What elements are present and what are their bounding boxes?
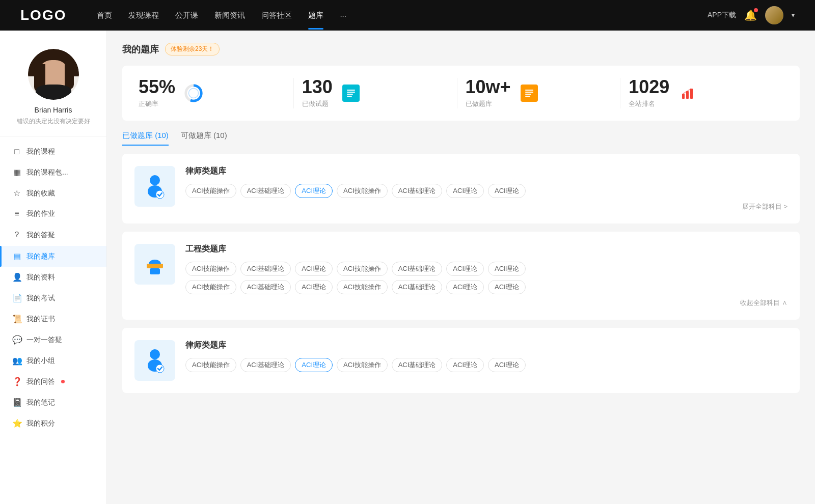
qbank-tag-1-r2-0[interactable]: ACI技能操作 (185, 280, 236, 294)
qbank-tag-0-3[interactable]: ACI技能操作 (337, 184, 388, 198)
svg-rect-12 (686, 91, 689, 99)
qbank-card-engineer-title: 工程类题库 (185, 244, 787, 255)
qbank-tag-2-5[interactable]: ACI理论 (446, 358, 484, 372)
tabs-row: 已做题库 (10) 可做题库 (10) (122, 131, 800, 146)
svg-rect-18 (150, 268, 160, 274)
nav-home[interactable]: 首页 (97, 11, 112, 20)
sidebar-item-notes[interactable]: 📓 我的笔记 (0, 392, 106, 413)
qbank-card-lawyer-2: 律师类题库 ACI技能操作 ACI基础理论 ACI理论 ACI技能操作 ACI基… (122, 328, 800, 393)
qbank-tag-0-1[interactable]: ACI基础理论 (240, 184, 291, 198)
sidebar-item-points[interactable]: ⭐ 我的积分 (0, 413, 106, 434)
stat-ranking-label: 全站排名 (629, 99, 669, 108)
qbank-tag-1-4[interactable]: ACI基础理论 (392, 262, 443, 276)
nav-discover[interactable]: 发现课程 (128, 11, 159, 20)
stat-done-banks: 10w+ 已做题库 (457, 78, 621, 108)
sidebar-item-group[interactable]: 👥 我的小组 (0, 350, 106, 371)
svg-rect-10 (525, 96, 530, 97)
sidebar: Brian Harris 错误的决定比没有决定要好 □ 我的课程 ▦ 我的课程包… (0, 31, 107, 504)
sidebar-item-courses[interactable]: □ 我的课程 (0, 142, 106, 162)
qbank-tag-2-0[interactable]: ACI技能操作 (185, 358, 236, 372)
qbank-tag-2-3[interactable]: ACI技能操作 (337, 358, 388, 372)
avatar[interactable] (765, 6, 783, 24)
homework-icon: ≡ (12, 209, 21, 218)
stat-accuracy-value: 55% (139, 78, 175, 96)
profile-icon: 👤 (12, 272, 21, 282)
nav-news[interactable]: 新闻资讯 (214, 11, 245, 20)
qbank-card-engineer: 工程类题库 ACI技能操作 ACI基础理论 ACI理论 ACI技能操作 ACI基… (122, 232, 800, 320)
qbank-tag-2-2[interactable]: ACI理论 (295, 358, 333, 372)
nav-more[interactable]: ··· (340, 11, 346, 20)
qbank-tag-0-2[interactable]: ACI理论 (295, 184, 333, 198)
qbank-tag-0-0[interactable]: ACI技能操作 (185, 184, 236, 198)
trial-badge: 体验剩余23天！ (165, 43, 220, 55)
sidebar-item-my-qa[interactable]: ❓ 我的问答 (0, 371, 106, 392)
qbank-tag-1-2[interactable]: ACI理论 (295, 262, 333, 276)
page-title: 我的题库 (122, 43, 159, 55)
sidebar-item-certificate[interactable]: 📜 我的证书 (0, 309, 106, 329)
done-banks-icon (519, 83, 539, 103)
qbank-tag-1-r2-1[interactable]: ACI基础理论 (240, 280, 291, 294)
svg-rect-9 (525, 94, 531, 95)
sidebar-item-profile[interactable]: 👤 我的资料 (0, 267, 106, 288)
qbank-tag-1-r2-2[interactable]: ACI理论 (295, 280, 333, 294)
engineer-icon-svg (141, 250, 169, 278)
svg-point-20 (150, 349, 160, 359)
sidebar-item-favorites[interactable]: ☆ 我的收藏 (0, 183, 106, 204)
qbank-card-lawyer-1-header: 律师类题库 ACI技能操作 ACI基础理论 ACI理论 ACI技能操作 ACI基… (134, 166, 787, 211)
svg-rect-11 (682, 94, 685, 99)
sidebar-item-exam[interactable]: 📄 我的考试 (0, 288, 106, 309)
done-questions-icon (341, 83, 361, 103)
qbank-card-lawyer-2-content: 律师类题库 ACI技能操作 ACI基础理论 ACI理论 ACI技能操作 ACI基… (185, 340, 787, 372)
my-qa-icon: ❓ (12, 377, 21, 386)
qbank-tag-1-6[interactable]: ACI理论 (488, 262, 526, 276)
nav-qbank[interactable]: 题库 (308, 11, 323, 20)
qbank-tag-1-3[interactable]: ACI技能操作 (337, 262, 388, 276)
sidebar-item-ask[interactable]: ？ 我的答疑 (0, 224, 106, 246)
app-download-button[interactable]: APP下载 (708, 11, 736, 20)
qbank-card-engineer-tags-row1: ACI技能操作 ACI基础理论 ACI理论 ACI技能操作 ACI基础理论 AC… (185, 262, 787, 276)
svg-rect-3 (347, 90, 355, 91)
nav-qa[interactable]: 问答社区 (261, 11, 292, 20)
qbank-tag-1-1[interactable]: ACI基础理论 (240, 262, 291, 276)
qbank-card-engineer-content: 工程类题库 ACI技能操作 ACI基础理论 ACI理论 ACI技能操作 ACI基… (185, 244, 787, 307)
svg-rect-13 (690, 89, 693, 99)
sidebar-avatar[interactable] (28, 49, 79, 100)
tab-available-banks[interactable]: 可做题库 (10) (181, 131, 227, 146)
avatar-dropdown-icon[interactable]: ▾ (792, 12, 795, 19)
qbank-tag-2-1[interactable]: ACI基础理论 (240, 358, 291, 372)
qbank-tag-0-5[interactable]: ACI理论 (446, 184, 484, 198)
qbank-tag-1-r2-6[interactable]: ACI理论 (488, 280, 526, 294)
stat-accuracy-label: 正确率 (139, 99, 175, 108)
qbank-expand-0[interactable]: 展开全部科目 > (185, 202, 787, 211)
qbank-tag-1-r2-4[interactable]: ACI基础理论 (392, 280, 443, 294)
qbank-tag-2-4[interactable]: ACI基础理论 (392, 358, 443, 372)
stat-done-questions-text: 130 已做试题 (302, 78, 333, 108)
qbank-tag-1-0[interactable]: ACI技能操作 (185, 262, 236, 276)
notes-icon: 📓 (12, 398, 21, 407)
sidebar-item-course-packages[interactable]: ▦ 我的课程包... (0, 162, 106, 183)
stat-done-banks-label: 已做题库 (466, 99, 511, 108)
courses-icon: □ (12, 147, 21, 156)
group-icon: 👥 (12, 356, 21, 366)
engineer-icon-wrap (134, 244, 175, 285)
sidebar-item-homework[interactable]: ≡ 我的作业 (0, 204, 106, 224)
qbank-tag-2-6[interactable]: ACI理论 (488, 358, 526, 372)
nav-opencourse[interactable]: 公开课 (175, 11, 198, 20)
lawyer-icon-wrap-1 (134, 166, 175, 207)
svg-rect-6 (347, 96, 352, 97)
qbank-tag-0-4[interactable]: ACI基础理论 (392, 184, 443, 198)
logo[interactable]: LOGO (20, 7, 66, 23)
sidebar-item-qbank[interactable]: ▤ 我的题库 (0, 246, 106, 267)
nav-menu: 首页 发现课程 公开课 新闻资讯 问答社区 题库 ··· (97, 11, 708, 20)
qbank-tag-1-5[interactable]: ACI理论 (446, 262, 484, 276)
sidebar-item-one-on-one[interactable]: 💬 一对一答疑 (0, 329, 106, 350)
qbank-card-lawyer-1-content: 律师类题库 ACI技能操作 ACI基础理论 ACI理论 ACI技能操作 ACI基… (185, 166, 787, 211)
qbank-tag-1-r2-3[interactable]: ACI技能操作 (337, 280, 388, 294)
stat-done-banks-value: 10w+ (466, 78, 511, 96)
qbank-tag-1-r2-5[interactable]: ACI理论 (446, 280, 484, 294)
qbank-tag-0-6[interactable]: ACI理论 (488, 184, 526, 198)
qbank-expand-1[interactable]: 收起全部科目 ∧ (185, 298, 787, 307)
teal-list-icon (342, 85, 360, 102)
notification-bell[interactable]: 🔔 (744, 9, 757, 21)
tab-done-banks[interactable]: 已做题库 (10) (122, 131, 169, 146)
